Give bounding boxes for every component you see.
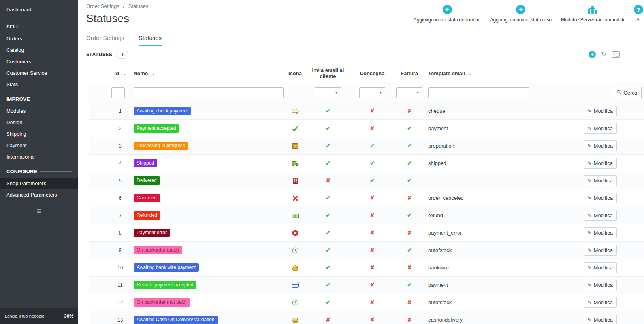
- chevron-down-icon: ▼: [379, 91, 382, 94]
- sidebar-item-shipping[interactable]: Shipping: [0, 128, 78, 140]
- invoice-cross-icon: ✘: [407, 229, 412, 236]
- add-icon[interactable]: +: [589, 51, 596, 58]
- sidebar-item-modules[interactable]: Modules: [0, 105, 78, 117]
- edit-button[interactable]: ✎Modifica: [584, 245, 617, 256]
- status-row: 10Awaiting bank wire payment✔✘✘bankwire✎…: [89, 259, 644, 277]
- edit-button[interactable]: ✎Modifica: [584, 123, 617, 134]
- template-cell: preparation: [426, 137, 572, 155]
- header-id[interactable]: Id▼▲: [109, 62, 131, 83]
- delivery-cross-icon: ✘: [370, 108, 375, 114]
- pencil-icon: ✎: [588, 126, 592, 131]
- delivery-cross-icon: ✘: [370, 282, 375, 288]
- edit-button[interactable]: ✎Modifica: [584, 106, 617, 116]
- canceled-icon: [292, 195, 298, 201]
- edit-button[interactable]: ✎Modifica: [584, 210, 617, 221]
- name-cell: Awaiting Cash On Delivery validation: [131, 311, 286, 324]
- delivery-filter-select[interactable]: -▼: [359, 87, 385, 98]
- tab-statuses[interactable]: Statuses: [139, 34, 162, 46]
- delivery-cell: ✘: [352, 120, 393, 137]
- sidebar-item-design[interactable]: Design: [0, 117, 78, 128]
- sidebar-item-dashboard[interactable]: Dashboard: [0, 0, 78, 18]
- invoice-cell: ✔: [393, 242, 426, 259]
- recommended-modules-action[interactable]: Moduli e Servizi raccomandati: [561, 5, 624, 23]
- template-filter-input[interactable]: [428, 87, 529, 98]
- edit-button[interactable]: ✎Modifica: [584, 227, 617, 238]
- invoice-cell: ✘: [393, 224, 426, 242]
- name-cell: Awaiting bank wire payment: [131, 259, 286, 277]
- email-check-icon: ✔: [326, 125, 330, 131]
- edit-button[interactable]: ✎Modifica: [584, 175, 617, 186]
- invoice-cell: ✔: [393, 155, 426, 172]
- help-action[interactable]: ? Ai: [634, 5, 643, 23]
- status-badge: Remote payment accepted: [134, 281, 196, 290]
- edit-button[interactable]: ✎Modifica: [584, 315, 617, 324]
- template-cell: shipped: [426, 155, 572, 172]
- invoice-cell: ✘: [393, 189, 426, 207]
- delivery-cell: ✘: [352, 259, 393, 277]
- sidebar-item-advanced-parameters[interactable]: Advanced Parameters: [0, 189, 78, 201]
- status-row: 8Payment error✔✘✘payment_error✎Modifica: [89, 224, 644, 242]
- template-cell: outofstock: [426, 242, 572, 259]
- header-name[interactable]: Nome▼▲: [131, 62, 286, 83]
- bankwire-icon: [292, 264, 298, 270]
- menu-collapse-icon[interactable]: ≡: [0, 201, 78, 222]
- select-cell: [89, 242, 109, 259]
- id-filter-input[interactable]: [111, 87, 125, 98]
- header-email: Invia email al cliente: [304, 62, 352, 83]
- plus-icon: +: [443, 5, 452, 14]
- add-return-status-action[interactable]: + Aggiungi un nuovo stato reso: [490, 5, 551, 23]
- sidebar-section-heading-configure: CONFIGURE: [0, 163, 78, 178]
- email-cell: ✔: [304, 102, 352, 120]
- panel-header: STATUSES 16 + ↻ >_: [86, 51, 644, 62]
- edit-button[interactable]: ✎Modifica: [584, 158, 617, 169]
- email-cross-icon: ✘: [326, 177, 330, 184]
- select-cell: [89, 102, 109, 120]
- invoice-filter-select[interactable]: -▼: [396, 87, 422, 98]
- delivery-cell: ✘: [352, 294, 393, 311]
- template-cell: payment: [426, 277, 572, 294]
- table-header-row: Id▼▲ Nome▼▲ Icona Invia email al cliente…: [89, 62, 644, 83]
- sort-icon[interactable]: ▼▲: [149, 70, 155, 76]
- email-check-icon: ✔: [326, 264, 330, 271]
- status-badge: On backorder (not paid): [134, 298, 190, 307]
- id-cell: 6: [109, 189, 131, 207]
- sidebar-item-customers[interactable]: Customers: [0, 56, 78, 67]
- template-cell: bankwire: [426, 259, 572, 277]
- id-cell: 1: [109, 102, 131, 120]
- invoice-cell: ✘: [393, 311, 426, 324]
- sort-icon[interactable]: ▼▲: [121, 70, 126, 76]
- status-row: 3Processing in progress✔✔✔preparation✎Mo…: [89, 137, 644, 155]
- edit-button[interactable]: ✎Modifica: [584, 193, 617, 203]
- edit-button[interactable]: ✎Modifica: [584, 262, 617, 273]
- template-cell: cheque: [426, 102, 572, 120]
- add-order-status-action[interactable]: + Aggiungi nuovo stato dell'ordine: [414, 5, 481, 23]
- sort-icon[interactable]: ▼▲: [467, 70, 472, 76]
- sidebar-item-customer-service[interactable]: Customer Service: [0, 67, 78, 79]
- header-template[interactable]: Template email▼▲: [426, 62, 572, 83]
- name-filter-input[interactable]: [134, 87, 284, 98]
- search-button[interactable]: Cerca: [612, 87, 642, 98]
- invoice-cell: ✔: [393, 277, 426, 294]
- main-content: Order Settings / Statuses Statuses + Agg…: [78, 0, 644, 324]
- breadcrumb-statuses[interactable]: Statuses: [128, 3, 149, 9]
- search-button-label: Cerca: [623, 90, 637, 96]
- launch-store-banner[interactable]: Lancia il tuo negozio! 36%: [0, 308, 78, 324]
- tab-order-settings[interactable]: Order Settings: [86, 34, 124, 46]
- edit-button[interactable]: ✎Modifica: [584, 297, 617, 308]
- actions-cell: ✎Modifica: [572, 189, 644, 207]
- edit-button[interactable]: ✎Modifica: [584, 280, 617, 290]
- sidebar-item-stats[interactable]: Stats: [0, 79, 78, 90]
- template-cell: payment_error: [426, 224, 572, 242]
- sidebar-item-shop-parameters[interactable]: Shop Parameters: [0, 178, 78, 189]
- sidebar-item-payment[interactable]: Payment: [0, 140, 78, 151]
- email-filter-select[interactable]: -▼: [315, 87, 341, 98]
- name-cell: On backorder (paid): [131, 242, 286, 259]
- refresh-icon[interactable]: ↻: [601, 51, 606, 58]
- backorder-icon: [292, 299, 298, 305]
- sidebar-item-catalog[interactable]: Catalog: [0, 44, 78, 56]
- edit-button[interactable]: ✎Modifica: [584, 140, 617, 151]
- breadcrumb-order-settings[interactable]: Order Settings: [86, 3, 119, 9]
- sidebar-item-orders[interactable]: Orders: [0, 33, 78, 44]
- sql-console-icon[interactable]: >_: [612, 51, 620, 58]
- sidebar-item-international[interactable]: International: [0, 151, 78, 163]
